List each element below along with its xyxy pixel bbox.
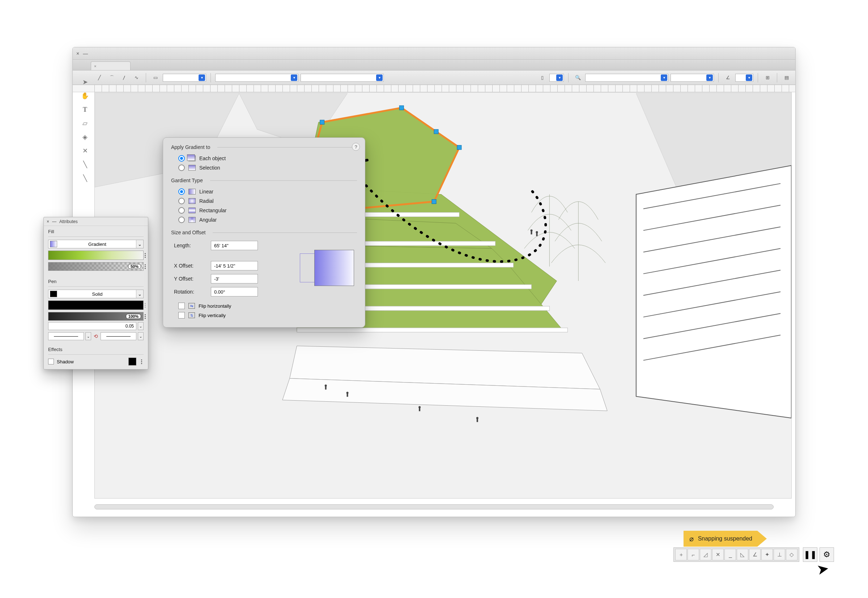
svg-rect-32 — [536, 233, 537, 236]
search-icon[interactable]: 🔍 — [573, 73, 583, 83]
close-icon[interactable]: × — [76, 51, 79, 57]
line-style-end-dropdown[interactable] — [100, 332, 136, 340]
panel-minimize-icon[interactable]: — — [52, 219, 57, 224]
fill-opacity-badge: 50% — [128, 264, 141, 269]
svg-rect-35 — [399, 106, 404, 110]
snap-surface-icon[interactable]: ◺ — [737, 549, 748, 561]
svg-rect-22 — [325, 386, 326, 389]
svg-rect-28 — [477, 419, 478, 422]
pen-opacity-handle[interactable] — [143, 312, 147, 320]
radio-rectangular[interactable]: Rectangular — [171, 206, 357, 215]
flip-h-checkbox[interactable] — [178, 303, 185, 309]
xoffset-input[interactable]: -14' 5 1/2" — [211, 261, 258, 271]
shadow-color-swatch[interactable] — [129, 357, 136, 366]
toolbar-dropdown-4[interactable]: ▾ — [585, 74, 668, 82]
radio-each-object[interactable]: Each object — [171, 154, 357, 163]
chevron-down-icon[interactable]: ⌄ — [138, 332, 144, 340]
radio-icon[interactable] — [178, 207, 185, 214]
opacity-edit-handle[interactable] — [143, 263, 147, 271]
help-icon[interactable]: ? — [352, 143, 360, 151]
chevron-down-icon[interactable]: ⌄ — [138, 322, 144, 330]
line-weight-input[interactable]: 0.05 — [48, 322, 136, 330]
radio-angular[interactable]: Angular — [171, 215, 357, 224]
snap-add-icon[interactable]: ＋ — [675, 549, 687, 561]
grid-icon[interactable]: ⊞ — [762, 73, 772, 83]
yoffset-input[interactable]: -3' — [211, 274, 258, 284]
pen-edit-handle[interactable] — [143, 301, 147, 309]
selection-tool-icon[interactable]: ➤ — [78, 76, 91, 88]
snap-edge-icon[interactable]: ◿ — [700, 549, 711, 561]
fill-swatch-icon — [50, 241, 57, 247]
flip-vertical-row[interactable]: ⇅ Flip vertically — [171, 311, 357, 320]
snap-perp-icon[interactable]: ⊥ — [774, 549, 785, 561]
radio-icon[interactable] — [178, 188, 185, 195]
flip-v-checkbox[interactable] — [178, 312, 185, 318]
pan-tool-icon[interactable]: ✋ — [78, 90, 91, 102]
toolbar-dropdown-6[interactable]: ▾ — [735, 74, 753, 82]
extrude-tool-icon[interactable]: ◈ — [78, 131, 91, 143]
snap-smart-icon[interactable]: ✦ — [761, 549, 773, 561]
toolbar-dropdown-page[interactable]: ▾ — [549, 74, 564, 82]
linear-label: Linear — [199, 189, 213, 194]
radio-linear[interactable]: Linear — [171, 187, 357, 196]
freehand-tool-icon[interactable]: ∿ — [131, 73, 141, 83]
text-tool-icon[interactable]: T — [78, 104, 91, 115]
fill-mode-label: Gradient — [58, 242, 136, 247]
chevron-down-icon[interactable]: ⌄ — [85, 332, 91, 340]
snap-intersect-icon[interactable]: ✕ — [712, 549, 724, 561]
pen-color-bar[interactable] — [48, 300, 144, 310]
page-icon[interactable]: ▯ — [537, 73, 547, 83]
attributes-panel-header[interactable]: × — Attributes — [44, 217, 148, 226]
snap-corner-icon[interactable]: ⌐ — [687, 549, 699, 561]
svg-rect-36 — [457, 145, 461, 150]
link-styles-icon[interactable]: ⟲ — [93, 333, 99, 339]
snap-angle-icon[interactable]: ∠ — [749, 549, 760, 561]
radio-selection[interactable]: Selection — [171, 163, 357, 172]
rotation-input[interactable]: 0.00° — [211, 287, 258, 296]
length-input[interactable]: 65' 14" — [211, 241, 258, 250]
arc-tool-icon[interactable]: ⌒ — [107, 73, 117, 83]
snap-tangent-icon[interactable]: ⎯ — [724, 549, 736, 561]
line-weight-value: 0.05 — [126, 324, 134, 329]
radio-icon[interactable] — [178, 155, 185, 161]
pen-mode-dropdown[interactable]: Solid ⌄ — [48, 290, 144, 298]
rectangular-icon — [189, 208, 196, 213]
flip-horizontal-row[interactable]: ⇆ Flip horizontally — [171, 301, 357, 311]
line-draw-tool-icon[interactable]: ╲ — [78, 159, 91, 170]
pen-opacity-slider[interactable]: 100% — [48, 312, 144, 321]
shadow-checkbox[interactable] — [48, 359, 54, 365]
line-tool-icon[interactable]: ╱ — [94, 73, 105, 83]
toolbar-dropdown-1[interactable]: ▾ — [163, 74, 206, 82]
radio-icon[interactable] — [178, 164, 185, 171]
radio-icon[interactable] — [178, 198, 185, 204]
chevron-down-icon[interactable]: ⌄ — [136, 290, 143, 298]
pen-swatch-icon — [50, 291, 57, 297]
gradient-preview-bar[interactable] — [48, 251, 144, 260]
fill-opacity-slider[interactable]: 50% — [48, 262, 144, 271]
line-style-start-dropdown[interactable] — [48, 332, 84, 340]
polyline-tool-icon[interactable]: 〳 — [119, 73, 129, 83]
angle-tool-icon[interactable]: ∠ — [723, 73, 733, 83]
chevron-down-icon[interactable]: ⌄ — [136, 240, 143, 248]
horizontal-scrollbar[interactable] — [94, 504, 774, 510]
gradient-edit-handle[interactable] — [143, 251, 147, 260]
snapping-toast-text: Snapping suspended — [698, 535, 752, 542]
rectangle-tool-icon[interactable]: ▭ — [150, 73, 160, 83]
line-draw2-tool-icon[interactable]: ╲ — [78, 172, 91, 184]
radio-radial[interactable]: Radial — [171, 196, 357, 206]
toolbar-dropdown-2[interactable]: ▾ — [215, 74, 298, 82]
shadow-edit-icon[interactable] — [139, 359, 144, 364]
layers-icon[interactable]: ▤ — [781, 73, 792, 83]
minimize-icon[interactable]: — — [83, 51, 88, 57]
toolbar-dropdown-5[interactable]: ▾ — [670, 74, 714, 82]
document-tab[interactable]: × — [91, 61, 130, 70]
radio-icon[interactable] — [178, 217, 185, 223]
horizontal-ruler — [73, 85, 795, 92]
fill-mode-dropdown[interactable]: Gradient ⌄ — [48, 240, 144, 248]
snap-grid-icon[interactable]: ◇ — [786, 549, 798, 561]
panel-close-icon[interactable]: × — [46, 219, 49, 224]
toolbar-dropdown-3[interactable]: ▾ — [301, 74, 384, 82]
pause-snapping-button[interactable]: ❚❚ — [803, 547, 817, 562]
wall-tool-icon[interactable]: ▱ — [78, 118, 91, 129]
delete-tool-icon[interactable]: ✕ — [78, 145, 91, 157]
